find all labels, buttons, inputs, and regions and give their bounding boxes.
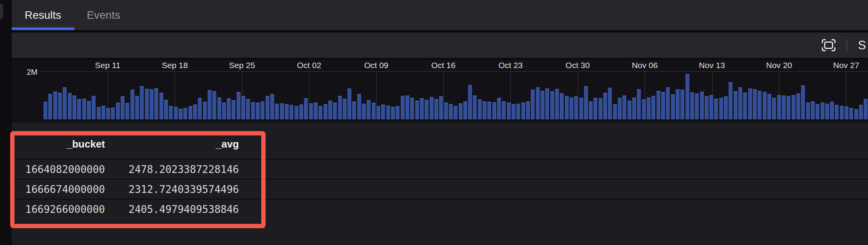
histogram-bar[interactable] bbox=[295, 106, 298, 119]
histogram-bar[interactable] bbox=[410, 98, 414, 119]
histogram-bar[interactable] bbox=[531, 90, 535, 119]
histogram-bar[interactable] bbox=[285, 104, 289, 119]
histogram-bar[interactable] bbox=[545, 88, 549, 119]
histogram-bar[interactable] bbox=[333, 103, 337, 119]
histogram-bar[interactable] bbox=[637, 89, 641, 119]
histogram-bar[interactable] bbox=[695, 94, 699, 119]
histogram-bar[interactable] bbox=[844, 106, 848, 119]
histogram-bar[interactable] bbox=[767, 94, 771, 119]
histogram-bar[interactable] bbox=[593, 98, 597, 119]
histogram-bar[interactable] bbox=[381, 104, 385, 119]
histogram-bar[interactable] bbox=[164, 100, 168, 119]
histogram-bar[interactable] bbox=[304, 98, 308, 119]
histogram-bar[interactable] bbox=[574, 96, 578, 119]
histogram-bar[interactable] bbox=[43, 102, 47, 119]
histogram-bar[interactable] bbox=[516, 104, 520, 119]
histogram-bar[interactable] bbox=[690, 92, 694, 119]
histogram-bar[interactable] bbox=[183, 108, 187, 119]
histogram-bar[interactable] bbox=[748, 88, 752, 119]
histogram-bar[interactable] bbox=[661, 92, 665, 119]
histogram-bar[interactable] bbox=[579, 98, 583, 119]
histogram-bar[interactable] bbox=[492, 102, 496, 119]
histogram-bar[interactable] bbox=[502, 101, 506, 119]
histogram-bar[interactable] bbox=[280, 103, 284, 119]
histogram-bar[interactable] bbox=[231, 100, 235, 119]
histogram-bar[interactable] bbox=[150, 89, 154, 119]
histogram-bar[interactable] bbox=[864, 99, 868, 119]
histogram-bar[interactable] bbox=[782, 95, 786, 119]
histogram-bar[interactable] bbox=[444, 103, 448, 119]
histogram-bar[interactable] bbox=[256, 103, 260, 119]
histogram-bar[interactable] bbox=[680, 90, 684, 119]
histogram-bar[interactable] bbox=[666, 87, 670, 119]
histogram-bar[interactable] bbox=[700, 92, 704, 119]
histogram-bar[interactable] bbox=[48, 94, 52, 119]
tab-results[interactable]: Results bbox=[25, 9, 61, 22]
histogram-bar[interactable] bbox=[198, 98, 202, 119]
histogram-bar[interactable] bbox=[671, 94, 675, 119]
histogram-bar[interactable] bbox=[603, 93, 607, 119]
histogram-bar[interactable] bbox=[676, 89, 680, 119]
histogram-bar[interactable] bbox=[396, 106, 400, 119]
tab-events[interactable]: Events bbox=[87, 9, 120, 22]
histogram-bar[interactable] bbox=[179, 109, 183, 119]
histogram-bar[interactable] bbox=[63, 87, 67, 119]
histogram-bar[interactable] bbox=[763, 92, 767, 119]
histogram-bar[interactable] bbox=[275, 104, 279, 119]
histogram-bar[interactable] bbox=[613, 104, 617, 119]
truncated-button-s[interactable]: S bbox=[858, 39, 866, 51]
histogram-bar[interactable] bbox=[324, 104, 327, 119]
histogram-bar[interactable] bbox=[154, 88, 158, 119]
histogram-bar[interactable] bbox=[58, 93, 62, 119]
histogram-bar[interactable] bbox=[140, 86, 144, 119]
histogram-bar[interactable] bbox=[541, 91, 544, 119]
histogram-bar[interactable] bbox=[77, 99, 81, 119]
histogram-bar[interactable] bbox=[68, 93, 72, 119]
histogram-bar[interactable] bbox=[840, 106, 844, 119]
histogram-bar[interactable] bbox=[97, 107, 101, 119]
histogram-bar[interactable] bbox=[130, 90, 134, 119]
histogram-bar[interactable] bbox=[830, 102, 834, 119]
histogram-bar[interactable] bbox=[454, 106, 458, 119]
column-header-avg[interactable]: _avg bbox=[105, 138, 239, 150]
histogram-bar[interactable] bbox=[758, 91, 761, 119]
histogram-bar[interactable] bbox=[217, 97, 221, 119]
histogram-bar[interactable] bbox=[560, 93, 564, 119]
histogram-bar[interactable] bbox=[357, 94, 361, 119]
histogram-bar[interactable] bbox=[550, 91, 554, 119]
histogram-bar[interactable] bbox=[449, 104, 453, 119]
histogram-bar[interactable] bbox=[401, 96, 405, 119]
histogram-bar[interactable] bbox=[709, 95, 713, 119]
histogram-bar[interactable] bbox=[627, 101, 631, 119]
histogram-bar[interactable] bbox=[526, 101, 530, 119]
histogram-bar[interactable] bbox=[738, 87, 742, 119]
histogram-bar[interactable] bbox=[212, 91, 216, 119]
histogram-bar[interactable] bbox=[642, 99, 646, 119]
histogram-bar[interactable] bbox=[338, 96, 342, 119]
histogram-bar[interactable] bbox=[372, 103, 376, 119]
histogram-bar[interactable] bbox=[618, 98, 622, 119]
histogram-bar[interactable] bbox=[174, 107, 178, 119]
histogram-bar[interactable] bbox=[299, 104, 303, 119]
histogram-bar[interactable] bbox=[555, 89, 559, 119]
histogram-bar[interactable] bbox=[714, 99, 718, 119]
histogram-bar[interactable] bbox=[473, 95, 477, 119]
histogram-bar[interactable] bbox=[376, 106, 380, 119]
histogram-bar[interactable] bbox=[111, 108, 115, 119]
fullscreen-button[interactable] bbox=[821, 39, 836, 52]
histogram-bar[interactable] bbox=[536, 87, 540, 119]
histogram-bar[interactable] bbox=[521, 103, 525, 119]
histogram-bar[interactable] bbox=[251, 102, 255, 119]
histogram-bar[interactable] bbox=[87, 101, 91, 119]
histogram-bar[interactable] bbox=[772, 98, 776, 119]
histogram-bar[interactable] bbox=[608, 88, 612, 119]
histogram-bar[interactable] bbox=[309, 103, 313, 119]
histogram-bar[interactable] bbox=[743, 93, 747, 119]
histogram-bar[interactable] bbox=[391, 107, 395, 119]
histogram-bar[interactable] bbox=[318, 106, 322, 119]
histogram-bar[interactable] bbox=[724, 96, 728, 119]
histogram-bar[interactable] bbox=[656, 91, 660, 119]
histogram-bar[interactable] bbox=[314, 103, 318, 119]
histogram-bar[interactable] bbox=[632, 97, 636, 119]
histogram-bar[interactable] bbox=[729, 82, 732, 119]
